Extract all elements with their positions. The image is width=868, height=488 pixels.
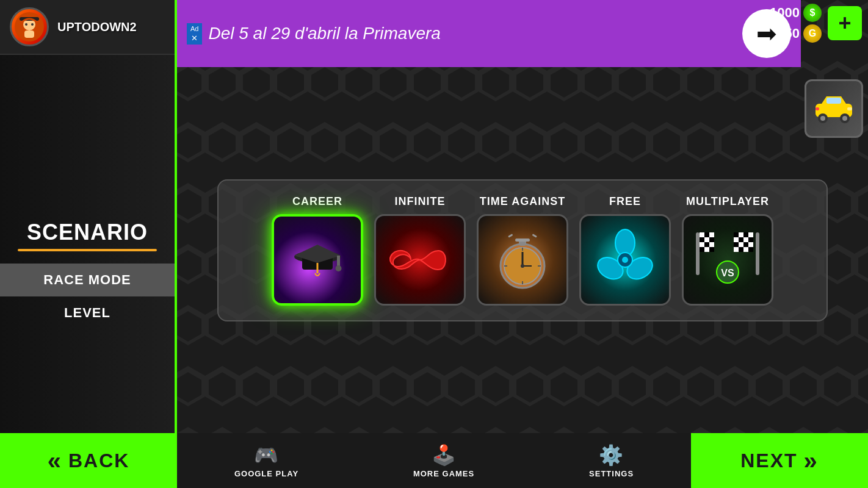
ad-banner: Ad ✕ Del 5 al 29 d'abril la Primavera ➡ — [177, 0, 801, 67]
svg-rect-59 — [748, 237, 753, 242]
more-games-button[interactable]: 🕹️ MORE GAMES — [413, 443, 474, 478]
back-chevron-icon: « — [48, 447, 62, 475]
svg-rect-56 — [734, 237, 739, 242]
svg-rect-17 — [337, 256, 340, 267]
currency-amount-1: 1000 — [770, 5, 800, 21]
svg-point-11 — [842, 116, 847, 121]
next-chevron-icon: » — [804, 447, 819, 475]
mode-card-infinite[interactable]: INFINITE — [374, 195, 466, 306]
svg-rect-23 — [515, 239, 530, 242]
svg-rect-13 — [816, 107, 819, 110]
svg-rect-51 — [756, 232, 759, 275]
svg-rect-39 — [700, 232, 704, 237]
user-profile: UPTODOWN2 — [0, 0, 175, 55]
svg-rect-67 — [748, 247, 753, 252]
svg-rect-57 — [739, 237, 743, 242]
gold-coin-icon: G — [803, 24, 822, 43]
svg-rect-52 — [734, 232, 739, 237]
level-button[interactable]: LEVEL — [0, 296, 175, 329]
svg-rect-65 — [739, 247, 743, 252]
currency-row-2: 50 G — [785, 24, 822, 43]
add-currency-button[interactable]: + — [828, 6, 862, 40]
svg-point-26 — [521, 264, 524, 268]
checkered-flags-icon: VS — [691, 226, 764, 293]
currency-row-1: 1000 $ — [770, 4, 822, 22]
avatar — [10, 7, 49, 46]
svg-rect-49 — [704, 247, 709, 252]
settings-button[interactable]: ⚙️ SETTINGS — [589, 443, 634, 478]
svg-rect-61 — [739, 242, 743, 247]
svg-rect-41 — [709, 232, 714, 237]
svg-point-18 — [336, 265, 342, 271]
username: UPTODOWN2 — [57, 20, 137, 34]
mode-card-career-label: CAREER — [292, 195, 342, 208]
race-mode-button[interactable]: RACE MODE — [0, 264, 175, 296]
mode-card-career[interactable]: CAREER — [272, 195, 363, 306]
spinner-icon — [591, 226, 659, 293]
next-button[interactable]: NEXT » — [691, 433, 868, 488]
svg-rect-7 — [826, 98, 841, 104]
svg-point-5 — [31, 23, 34, 26]
car-icon — [809, 90, 858, 127]
svg-rect-12 — [847, 107, 852, 110]
svg-rect-66 — [743, 247, 748, 252]
mode-card-free-label: FREE — [609, 195, 641, 208]
avatar-icon — [13, 11, 45, 43]
more-games-label: MORE GAMES — [413, 469, 474, 478]
svg-text:VS: VS — [721, 268, 734, 278]
car-icon-box[interactable] — [805, 79, 863, 138]
gamepad-icon: 🎮 — [254, 443, 279, 467]
currency-block: 1000 $ 50 G — [770, 4, 822, 43]
svg-rect-38 — [696, 232, 700, 275]
sidebar-nav: SCENARIO RACE MODE LEVEL — [0, 214, 175, 329]
mode-card-multiplayer-image[interactable]: VS — [682, 214, 773, 306]
svg-point-4 — [25, 23, 27, 26]
svg-rect-31 — [532, 234, 537, 238]
svg-rect-32 — [508, 234, 513, 238]
svg-rect-40 — [704, 232, 709, 237]
dollar-coin-icon: $ — [803, 4, 822, 22]
mode-card-time-against-label: TIME AGAINST — [480, 195, 565, 208]
svg-rect-64 — [734, 247, 739, 252]
svg-rect-50 — [709, 247, 714, 252]
ad-label: Ad ✕ — [187, 23, 202, 45]
infinity-icon — [386, 239, 454, 281]
svg-rect-58 — [743, 237, 748, 242]
mode-card-time-against-image[interactable] — [477, 214, 568, 306]
mode-card-infinite-label: INFINITE — [395, 195, 446, 208]
mode-card-career-image[interactable] — [272, 214, 363, 306]
google-play-button[interactable]: 🎮 GOOGLE PLAY — [234, 443, 298, 478]
graduation-cap-icon — [287, 229, 348, 290]
mode-card-multiplayer[interactable]: MULTIPLAYER — [682, 195, 773, 306]
mode-card-infinite-image[interactable] — [374, 214, 466, 306]
svg-rect-63 — [748, 242, 753, 247]
back-button[interactable]: « BACK — [0, 433, 177, 488]
mode-card-time-against[interactable]: TIME AGAINST — [477, 195, 568, 306]
ad-close-icon: ✕ — [191, 34, 198, 43]
svg-rect-42 — [700, 237, 704, 242]
google-play-label: GOOGLE PLAY — [234, 469, 298, 478]
gear-icon: ⚙️ — [599, 443, 624, 467]
svg-rect-44 — [709, 237, 714, 242]
back-label: BACK — [68, 450, 129, 472]
svg-point-37 — [622, 257, 628, 263]
svg-rect-62 — [743, 242, 748, 247]
svg-point-9 — [820, 116, 825, 121]
svg-rect-2 — [24, 30, 34, 38]
svg-rect-43 — [704, 237, 709, 242]
bottom-center: 🎮 GOOGLE PLAY 🕹️ MORE GAMES ⚙️ SETTINGS — [177, 433, 691, 488]
mode-cards: CAREER INFINITE — [272, 195, 773, 306]
svg-rect-45 — [700, 242, 704, 247]
mode-card-free[interactable]: FREE — [579, 195, 671, 306]
top-right-bar: 1000 $ 50 G + — [764, 0, 868, 46]
mode-card-free-image[interactable] — [579, 214, 671, 306]
svg-rect-48 — [700, 247, 704, 252]
scenario-label: SCENARIO — [0, 214, 175, 249]
mode-panel: CAREER INFINITE — [217, 179, 828, 321]
joystick-icon: 🕹️ — [432, 443, 457, 467]
currency-amount-2: 50 — [785, 26, 800, 41]
svg-rect-55 — [748, 232, 753, 237]
mode-card-multiplayer-label: MULTIPLAYER — [686, 195, 769, 208]
stopwatch-icon — [492, 226, 553, 293]
ad-text: Del 5 al 29 d'abril la Primavera — [208, 24, 736, 43]
